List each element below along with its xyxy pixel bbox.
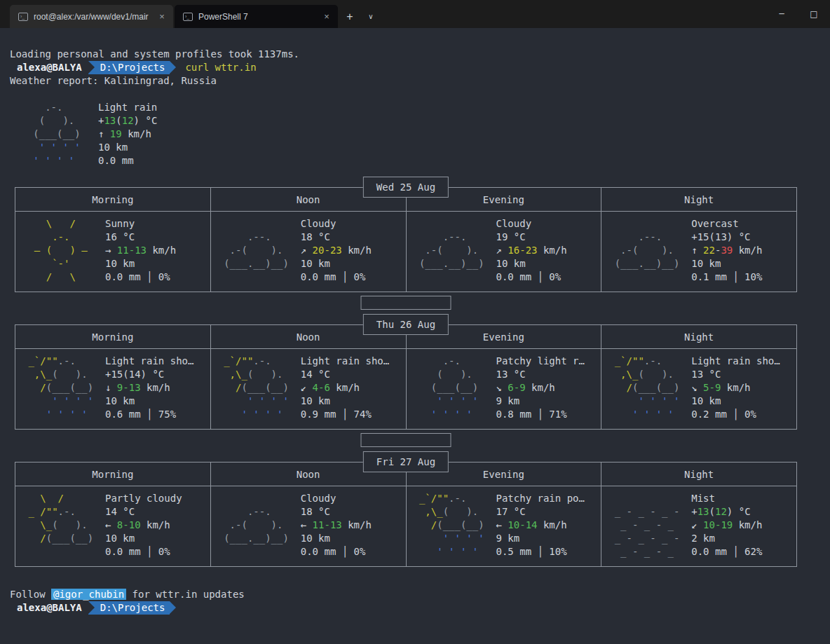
titlebar[interactable]: root@alex:/var/www/dev1/mair × PowerShel…: [0, 0, 830, 28]
forecast-table: MorningNoonEveningNight \ / .-. ― ( ) ― …: [15, 187, 797, 292]
current-conditions: .-. ( ). (___(__) ' ' ' ' ' ' ' 'Light r…: [10, 101, 830, 167]
footer-text: for wttr.in updates: [126, 589, 245, 600]
blank-line: [10, 88, 830, 101]
weather-info: Partly cloudy 14 °C ← 8-10 km/h 10 km 0.…: [105, 492, 208, 559]
tab-dropdown-button[interactable]: ∨: [360, 5, 381, 28]
footer-line: Follow @igor_chubin for wttr.in updates: [10, 588, 830, 601]
weather-info: Light rain +13(12) °C ↑ 19 km/h 10 km 0.…: [98, 101, 830, 167]
tab-title: PowerShell 7: [198, 12, 315, 22]
forecast-row: \ / .-. ― ( ) ― `-' / \ Sunny 16 °C → 11…: [15, 212, 797, 292]
lightrain-icon: .-. ( ). (___(__) ' ' ' ' ' ' ' ': [414, 355, 496, 421]
weather-cell: \ / .-. ― ( ) ― `-' / \ Sunny 16 °C → 11…: [22, 217, 208, 284]
forecast-cell: _`/"".-. ,\_( ). /(___(__) ' ' ' ' ' ' '…: [15, 349, 211, 430]
new-tab-button[interactable]: +: [339, 5, 360, 28]
weather-info: Patchy light r… 13 °C ↘ 6-9 km/h 9 km 0.…: [496, 355, 599, 421]
tab-close-icon[interactable]: ×: [156, 11, 168, 22]
cloudy-icon: .--. .-( ). (___.__)__): [414, 217, 496, 284]
terminal-icon: [18, 13, 28, 21]
command-text: curl wttr.in: [185, 61, 256, 74]
cloudy-icon: .--. .-( ). (___.__)__): [218, 217, 301, 284]
twitter-handle: @igor_chubin: [51, 589, 126, 600]
forecast-cell: _ - _ - _ - _ - _ - _ _ - _ - _ - _ - _ …: [601, 486, 797, 567]
forecast-cell: \ / .-. ― ( ) ― `-' / \ Sunny 16 °C → 11…: [15, 212, 211, 292]
weather-info: Cloudy 19 °C ↗ 16-23 km/h 10 km 0.0 mm │…: [496, 217, 599, 284]
tab-remote-session[interactable]: root@alex:/var/www/dev1/mair ×: [10, 5, 173, 28]
date-spacer-box: [361, 296, 451, 310]
forecast-table: MorningNoonEveningNight _`/"".-. ,\_( ).…: [15, 324, 797, 430]
tab-title: root@alex:/var/www/dev1/mair: [34, 12, 151, 22]
weather-cell: .--. .-( ). (___.__)__) Cloudy 18 °C ← 1…: [218, 492, 403, 559]
maximize-button[interactable]: □: [798, 0, 830, 28]
date-label: Wed 25 Aug: [363, 177, 449, 198]
weather-info: Cloudy 18 °C ↗ 20-23 km/h 10 km 0.0 mm │…: [301, 217, 403, 284]
terminal-viewport[interactable]: Loading personal and system profiles too…: [0, 28, 830, 644]
report-title: Weather report: Kaliningrad, Russia: [10, 74, 830, 88]
terminal-icon: [183, 13, 193, 21]
period-header: Morning: [15, 325, 211, 349]
forecast-day-section: Thu 26 AugMorningNoonEveningNight _`/"".…: [15, 324, 797, 430]
weather-info: Overcast +15(13) °C ↑ 22-39 km/h 10 km 0…: [691, 217, 794, 284]
weather-cell: _`/"".-. ,\_( ). /(___(__) ' ' ' ' ' ' '…: [22, 355, 208, 421]
forecast-cell: .--. .-( ). (___.__)__) Cloudy 18 °C ↗ 2…: [210, 212, 406, 292]
weather-cell: .--. .-( ). (___.__)__) Overcast +15(13)…: [608, 217, 794, 284]
prompt-line: alexa@BALYA D:\Projects: [10, 601, 830, 615]
profile-load-message: Loading personal and system profiles too…: [10, 48, 830, 61]
weather-cell: .-. ( ). (___(__) ' ' ' ' ' ' ' 'Patchy …: [414, 355, 599, 421]
footer-text: Follow: [10, 589, 51, 600]
period-header: Night: [601, 325, 797, 349]
window-controls: ─ □: [766, 0, 830, 28]
minimize-button[interactable]: ─: [766, 0, 798, 28]
cloudy-icon: .--. .-( ). (___.__)__): [608, 217, 691, 284]
weather-info: Sunny 16 °C → 11-13 km/h 10 km 0.0 mm │ …: [105, 217, 208, 284]
forecast-days: Wed 25 AugMorningNoonEveningNight \ / .-…: [10, 187, 797, 567]
lightrain-icon: .-. ( ). (___(__) ' ' ' ' ' ' ' ': [15, 101, 98, 167]
date-label: Thu 26 Aug: [363, 314, 449, 335]
forecast-day-section: Fri 27 AugMorningNoonEveningNight \ / _ …: [15, 462, 797, 567]
weather-info: Light rain sho… +15(14) °C ↓ 9-13 km/h 1…: [105, 355, 208, 421]
forecast-row: \ / _ /"".-. \_( ). /(___(__) Partly clo…: [15, 486, 797, 567]
date-spacer-box: [361, 433, 451, 447]
prompt-user: alexa@BALYA: [17, 601, 82, 615]
lrshower-icon: _`/"".-. ,\_( ). /(___(__) ' ' ' ' ' ' '…: [414, 492, 496, 559]
partlycloudy-icon: \ / _ /"".-. \_( ). /(___(__): [22, 492, 105, 559]
prompt-user: alexa@BALYA: [17, 61, 82, 74]
forecast-cell: .-. ( ). (___(__) ' ' ' ' ' ' ' 'Patchy …: [406, 349, 601, 430]
weather-info: Mist +13(12) °C ↙ 10-19 km/h 2 km 0.0 mm…: [691, 492, 794, 559]
tab-powershell[interactable]: PowerShell 7 ×: [175, 5, 338, 28]
forecast-day-section: Wed 25 AugMorningNoonEveningNight \ / .-…: [15, 187, 797, 292]
prompt-line: alexa@BALYA D:\Projects curl wttr.in: [10, 61, 830, 74]
weather-cell: .-. ( ). (___(__) ' ' ' ' ' ' ' 'Light r…: [15, 101, 830, 167]
period-header: Night: [601, 463, 797, 486]
forecast-cell: .--. .-( ). (___.__)__) Cloudy 18 °C ← 1…: [210, 486, 406, 567]
weather-info: Light rain sho… 13 °C ↘ 5-9 km/h 10 km 0…: [691, 355, 794, 421]
lrshower-icon: _`/"".-. ,\_( ). /(___(__) ' ' ' ' ' ' '…: [218, 355, 301, 421]
weather-cell: .--. .-( ). (___.__)__) Cloudy 19 °C ↗ 1…: [414, 217, 599, 284]
period-header: Morning: [15, 188, 211, 212]
date-label: Fri 27 Aug: [363, 451, 449, 472]
weather-cell: _`/"".-. ,\_( ). /(___(__) ' ' ' ' ' ' '…: [608, 355, 794, 421]
weather-info: Light rain sho… 14 °C ↙ 4-6 km/h 10 km 0…: [301, 355, 403, 421]
terminal-window: root@alex:/var/www/dev1/mair × PowerShel…: [0, 0, 830, 644]
forecast-row: _`/"".-. ,\_( ). /(___(__) ' ' ' ' ' ' '…: [15, 349, 797, 430]
forecast-table: MorningNoonEveningNight \ / _ /"".-. \_(…: [15, 462, 797, 567]
weather-cell: \ / _ /"".-. \_( ). /(___(__) Partly clo…: [22, 492, 208, 559]
tab-bar: root@alex:/var/www/dev1/mair × PowerShel…: [0, 0, 766, 28]
mist-icon: _ - _ - _ - _ - _ - _ _ - _ - _ - _ - _ …: [608, 492, 691, 559]
footer: Follow @igor_chubin for wttr.in updates …: [10, 588, 830, 615]
weather-info: Cloudy 18 °C ← 11-13 km/h 10 km 0.0 mm │…: [301, 492, 403, 559]
tab-close-icon[interactable]: ×: [321, 11, 332, 22]
forecast-cell: .--. .-( ). (___.__)__) Cloudy 19 °C ↗ 1…: [406, 212, 601, 292]
weather-info: Patchy rain po… 17 °C ← 10-14 km/h 9 km …: [496, 492, 599, 559]
forecast-cell: .--. .-( ). (___.__)__) Overcast +15(13)…: [601, 212, 797, 292]
cloudy-icon: .--. .-( ). (___.__)__): [218, 492, 301, 559]
lrshower-icon: _`/"".-. ,\_( ). /(___(__) ' ' ' ' ' ' '…: [608, 355, 691, 421]
forecast-cell: _`/"".-. ,\_( ). /(___(__) ' ' ' ' ' ' '…: [601, 349, 797, 430]
lrshower-icon: _`/"".-. ,\_( ). /(___(__) ' ' ' ' ' ' '…: [22, 355, 105, 421]
forecast-cell: _`/"".-. ,\_( ). /(___(__) ' ' ' ' ' ' '…: [210, 349, 406, 430]
weather-cell: _ - _ - _ - _ - _ - _ _ - _ - _ - _ - _ …: [608, 492, 794, 559]
forecast-cell: \ / _ /"".-. \_( ). /(___(__) Partly clo…: [15, 486, 211, 567]
prompt-path-segment: D:\Projects: [88, 601, 170, 615]
sunny-icon: \ / .-. ― ( ) ― `-' / \: [22, 217, 105, 284]
weather-cell: _`/"".-. ,\_( ). /(___(__) ' ' ' ' ' ' '…: [218, 355, 403, 421]
period-header: Night: [601, 188, 797, 212]
